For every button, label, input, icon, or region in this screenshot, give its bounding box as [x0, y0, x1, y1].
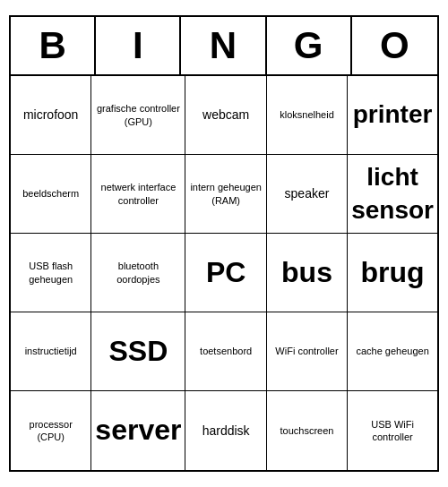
cell-text-23: touchscreen: [280, 424, 334, 437]
bingo-card: BINGO microfoongrafische controller (GPU…: [9, 15, 439, 472]
cell-text-12: PC: [206, 254, 246, 292]
cell-text-10: USB flash geheugen: [14, 260, 87, 286]
bingo-cell-5: beeldscherm: [11, 155, 91, 234]
cell-text-8: speaker: [285, 185, 330, 201]
bingo-cell-14: brug: [348, 234, 437, 312]
bingo-cell-8: speaker: [267, 155, 348, 234]
bingo-cell-13: bus: [267, 234, 348, 312]
cell-text-5: beeldscherm: [22, 187, 79, 200]
bingo-cell-23: touchscreen: [267, 391, 348, 470]
bingo-cell-21: server: [91, 391, 185, 470]
cell-text-15: instructietijd: [25, 345, 77, 357]
bingo-grid: microfoongrafische controller (GPU)webca…: [11, 76, 437, 470]
cell-text-6: netwerk interface controller: [95, 181, 181, 207]
cell-text-20: processor (CPU): [14, 418, 87, 444]
bingo-cell-15: instructietijd: [11, 312, 91, 391]
bingo-cell-18: WiFi controller: [267, 312, 348, 391]
bingo-cell-4: printer: [348, 76, 437, 155]
bingo-cell-19: cache geheugen: [348, 312, 437, 391]
bingo-letter-g: G: [267, 17, 352, 74]
cell-text-11: bluetooth oordopjes: [95, 260, 181, 286]
bingo-cell-0: microfoon: [11, 76, 91, 155]
bingo-cell-2: webcam: [185, 76, 266, 155]
bingo-cell-6: netwerk interface controller: [91, 155, 185, 234]
bingo-letter-o: O: [352, 17, 437, 74]
bingo-cell-7: intern geheugen (RAM): [185, 155, 266, 234]
cell-text-13: bus: [281, 254, 332, 292]
cell-text-2: webcam: [202, 107, 249, 123]
cell-text-22: harddisk: [202, 423, 250, 439]
cell-text-4: printer: [353, 98, 433, 131]
cell-text-17: toetsenbord: [200, 345, 252, 357]
bingo-cell-20: processor (CPU): [11, 391, 91, 470]
cell-text-21: server: [95, 412, 181, 449]
bingo-cell-24: USB WiFi controller: [348, 391, 437, 470]
bingo-letter-b: B: [11, 17, 96, 74]
bingo-cell-12: PC: [185, 234, 266, 312]
cell-text-14: brug: [361, 254, 425, 292]
cell-text-18: WiFi controller: [275, 345, 338, 357]
cell-text-9: licht sensor: [351, 161, 434, 226]
cell-text-24: USB WiFi controller: [351, 418, 434, 444]
bingo-cell-11: bluetooth oordopjes: [91, 234, 185, 312]
bingo-cell-3: kloksnelheid: [267, 76, 348, 155]
cell-text-7: intern geheugen (RAM): [189, 181, 262, 207]
cell-text-19: cache geheugen: [356, 345, 428, 357]
bingo-cell-16: SSD: [91, 312, 185, 391]
cell-text-1: grafische controller (GPU): [95, 102, 181, 128]
bingo-cell-9: licht sensor: [348, 155, 437, 234]
bingo-cell-10: USB flash geheugen: [11, 234, 91, 312]
bingo-cell-1: grafische controller (GPU): [91, 76, 185, 155]
bingo-letter-n: N: [181, 17, 266, 74]
cell-text-3: kloksnelheid: [280, 108, 334, 121]
bingo-cell-17: toetsenbord: [185, 312, 266, 391]
cell-text-0: microfoon: [23, 107, 78, 123]
bingo-header: BINGO: [11, 17, 437, 76]
bingo-cell-22: harddisk: [185, 391, 266, 470]
bingo-letter-i: I: [96, 17, 181, 74]
cell-text-16: SSD: [109, 333, 168, 371]
